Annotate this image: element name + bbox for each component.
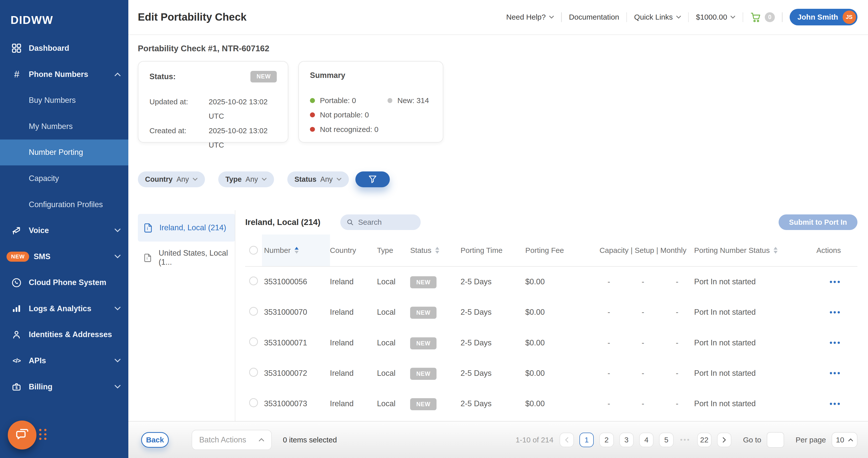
divider [561,12,562,22]
chevron-down-icon [193,178,198,181]
billing-briefcase-icon: $ [10,382,23,391]
cell-porting-time: 2-5 Days [461,399,525,408]
filter-type-label: Type [225,175,242,183]
column-header-country: Country [330,234,377,266]
balance-menu[interactable]: $1000.00 [696,13,735,21]
sidebar-item-phone-numbers[interactable]: # Phone Numbers [0,61,128,87]
sidebar-item-configuration-profiles[interactable]: Configuration Profiles [0,192,128,218]
next-page-button[interactable] [717,433,732,447]
select-all-checkbox[interactable] [249,246,258,255]
goto-label: Go to [743,436,761,444]
cell-number: 3531000070 [262,308,330,317]
prev-page-button[interactable] [560,433,574,447]
table-toolbar: Ireland, Local (214) Submit to Port In [245,210,858,234]
chevron-up-icon [115,73,121,76]
quick-links-menu[interactable]: Quick Links [634,13,681,21]
row-actions-button[interactable] [829,370,841,377]
row-checkbox[interactable] [249,368,258,377]
sidebar-item-label: Cloud Phone System [29,278,106,287]
sidebar-item-capacity[interactable]: Capacity [0,165,128,192]
footer-bar: Back Batch Actions 0 items selected 1-10… [128,421,868,458]
filter-status-dropdown[interactable]: Status Any [287,171,349,188]
page-button-2[interactable]: 2 [599,433,614,447]
cell-porting-time: 2-5 Days [461,338,525,347]
ellipsis-icon [830,403,832,405]
sidebar-item-logs-analytics[interactable]: Logs & Analytics [0,296,128,322]
sidebar-item-buy-numbers[interactable]: Buy Numbers [0,87,128,114]
sidebar-item-apis[interactable]: </> APIs [0,348,128,374]
column-header-type: Type [377,234,410,266]
created-at-label: Created at: [149,123,209,152]
goto-page-input[interactable] [767,432,784,448]
back-button[interactable]: Back [141,432,169,448]
user-menu-button[interactable]: John Smith JS [789,9,858,25]
chevron-down-icon [676,16,681,19]
cell-porting-fee: $0.00 [525,308,592,317]
documentation-link[interactable]: Documentation [569,13,619,21]
row-actions-button[interactable] [829,309,841,315]
column-header-status[interactable]: Status [410,234,461,266]
summary-not-portable: Not portable: 0 [310,108,388,122]
row-actions-button[interactable] [829,279,841,285]
file-item-label: Ireland, Local (214) [159,223,226,232]
dashboard-grid-icon [10,44,23,53]
main-area: Edit Portability Check Need Help? Docume… [128,0,868,458]
created-at-value: 2025-10-02 13:02 UTC [209,123,277,152]
cart-button[interactable]: 0 [750,12,775,22]
table-heading: Ireland, Local (214) [245,218,320,227]
sidebar-item-identities-addresses[interactable]: Identities & Addresses [0,322,128,348]
filter-country-label: Country [145,175,173,183]
row-status-badge: NEW [410,307,436,319]
filter-country-dropdown[interactable]: Country Any [138,171,205,188]
sidebar-item-voice[interactable]: Voice [0,218,128,244]
submit-to-port-in-button[interactable]: Submit to Port In [779,214,858,230]
column-header-number[interactable]: Number [262,234,330,266]
chat-support-button[interactable] [8,421,37,450]
row-checkbox[interactable] [249,307,258,316]
file-item-ireland-local[interactable]: i Ireland, Local (214) [138,214,235,241]
overview-cards: Status: NEW Updated at: 2025-10-02 13:02… [138,61,858,143]
cell-porting-number-status: Port In not started [694,277,805,286]
row-checkbox[interactable] [249,277,258,285]
page-button-4[interactable]: 4 [639,433,653,447]
cell-type: Local [377,277,410,286]
drag-handle-dots-icon[interactable] [39,429,46,440]
status-label: Status: [149,72,176,81]
sidebar-item-dashboard[interactable]: Dashboard [0,35,128,61]
cell-country: Ireland [330,277,377,286]
sidebar-item-billing[interactable]: $ Billing [0,374,128,400]
filter-type-value: Any [246,175,258,183]
chevron-down-icon [337,178,342,181]
cell-country: Ireland [330,369,377,378]
per-page-select[interactable]: 10 [832,432,858,448]
column-header-porting-number-status[interactable]: Porting Number Status [694,234,805,266]
row-actions-button[interactable] [829,400,841,407]
row-checkbox[interactable] [249,337,258,346]
search-icon [347,219,353,226]
updated-at-value: 2025-10-02 13:02 UTC [209,94,277,123]
sidebar-item-my-numbers[interactable]: My Numbers [0,113,128,140]
row-actions-button[interactable] [829,339,841,346]
filter-type-dropdown[interactable]: Type Any [218,171,274,188]
sidebar-item-number-porting[interactable]: Number Porting [0,140,128,166]
cell-porting-time: 2-5 Days [461,369,525,378]
sort-icon [294,247,299,253]
sidebar-item-sms[interactable]: NEW SMS [0,244,128,270]
search-input[interactable] [357,218,415,227]
cell-porting-fee: $0.00 [525,399,592,408]
apply-filter-button[interactable] [355,171,390,188]
page-button-5[interactable]: 5 [659,433,673,447]
batch-actions-dropdown[interactable]: Batch Actions [192,430,272,450]
need-help-menu[interactable]: Need Help? [506,13,554,21]
page-button-1[interactable]: 1 [580,433,594,447]
row-checkbox[interactable] [249,398,258,407]
page-button-22[interactable]: 22 [697,433,712,447]
search-box[interactable] [340,214,421,230]
cell-porting-number-status: Port In not started [694,338,805,347]
divider [688,12,689,22]
sidebar-item-label: Dashboard [29,44,69,53]
sidebar-item-cloud-phone-system[interactable]: Cloud Phone System [0,270,128,296]
page-button-3[interactable]: 3 [619,433,634,447]
file-item-united-states-local[interactable]: i United States, Local (1... [138,244,235,271]
content: Portability Check #1, NTR-607162 Status:… [128,35,868,421]
